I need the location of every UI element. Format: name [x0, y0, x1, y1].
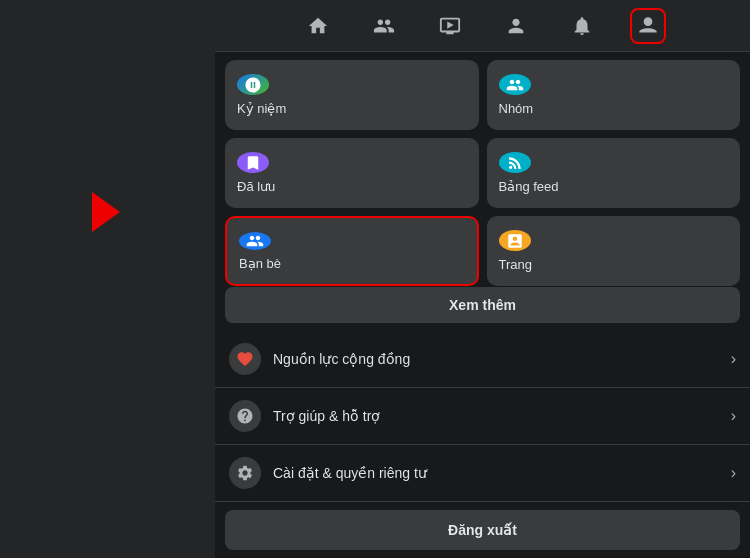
settings-label: Cài đặt & quyền riêng tư [273, 465, 719, 481]
community-chevron: › [731, 350, 736, 368]
help-icon [229, 400, 261, 432]
section-community[interactable]: Nguồn lực cộng đồng › [215, 331, 750, 388]
see-more-button[interactable]: Xem thêm [225, 287, 740, 323]
grid-item-saved[interactable]: Đã lưu [225, 138, 479, 208]
groups-icon [499, 74, 531, 95]
grid-item-pages[interactable]: Trang [487, 216, 741, 286]
community-label: Nguồn lực cộng đồng [273, 351, 719, 367]
home-icon[interactable] [300, 8, 336, 44]
svg-point-0 [643, 17, 652, 26]
left-sidebar [0, 0, 215, 558]
settings-icon [229, 457, 261, 489]
section-settings[interactable]: Cài đặt & quyền riêng tư › [215, 445, 750, 502]
grid-item-friends[interactable]: Bạn bè [225, 216, 479, 286]
friends-label: Bạn bè [239, 256, 281, 271]
feeds-icon [499, 152, 531, 173]
memories-label: Kỷ niệm [237, 101, 286, 116]
avatar-nav-icon[interactable] [630, 8, 666, 44]
section-help[interactable]: Trợ giúp & hỗ trợ › [215, 388, 750, 445]
top-navigation [215, 0, 750, 52]
logout-button[interactable]: Đăng xuất [225, 510, 740, 550]
saved-icon [237, 152, 269, 173]
memories-icon [237, 74, 269, 95]
friends-nav-icon[interactable] [366, 8, 402, 44]
groups-label: Nhóm [499, 101, 534, 116]
watch-nav-icon[interactable] [432, 8, 468, 44]
pages-icon [499, 230, 531, 251]
main-panel: Kỷ niệm Nhóm Đã lưu Bản [215, 0, 750, 558]
pages-label: Trang [499, 257, 532, 272]
grid-item-memories[interactable]: Kỷ niệm [225, 60, 479, 130]
grid-item-feeds[interactable]: Bảng feed [487, 138, 741, 208]
saved-label: Đã lưu [237, 179, 275, 194]
help-label: Trợ giúp & hỗ trợ [273, 408, 719, 424]
settings-chevron: › [731, 464, 736, 482]
feeds-label: Bảng feed [499, 179, 559, 194]
menu-grid: Kỷ niệm Nhóm Đã lưu Bản [215, 52, 750, 287]
notification-icon[interactable] [564, 8, 600, 44]
community-icon [229, 343, 261, 375]
friends-icon [239, 232, 271, 250]
help-chevron: › [731, 407, 736, 425]
grid-item-groups[interactable]: Nhóm [487, 60, 741, 130]
profile-nav-icon[interactable] [498, 8, 534, 44]
